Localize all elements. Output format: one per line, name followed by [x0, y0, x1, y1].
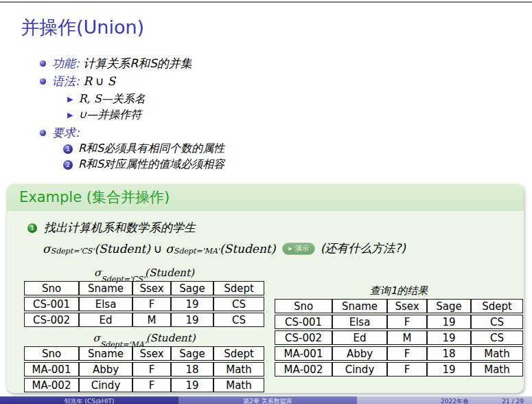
cell: 19 [427, 330, 471, 345]
cell: F [387, 362, 427, 377]
bullet-icon [40, 130, 46, 136]
example-item-1-text: 找出计算机系和数学系的学生 [44, 220, 196, 236]
sigma-symbol: σ [165, 242, 174, 256]
bullet-function-label: 功能: [52, 56, 80, 70]
top-border-line [0, 1, 532, 3]
number-badge-1: 1 [63, 144, 73, 154]
cell: Elsa [79, 297, 132, 311]
selection-condition-ma: Sdept='MA' [174, 247, 220, 256]
table-row: MA-002 Cindy F 19 Math [275, 362, 523, 377]
cell: MA-001 [24, 362, 79, 377]
column-header: Sno [24, 281, 79, 295]
column-header: Sage [427, 299, 471, 313]
cell: 19 [427, 315, 471, 329]
requirement-2-text: R和S对应属性的值域必须相容 [78, 157, 224, 172]
green-number-badge-1: 1 [27, 223, 37, 233]
subitem-relation-names-text: R, S—关系名 [78, 92, 145, 106]
cell: Math [471, 346, 523, 361]
cell: CS [471, 330, 523, 345]
cell: Elsa [332, 315, 387, 329]
cell: CS-001 [275, 315, 332, 329]
syntax-r: R [83, 74, 92, 88]
footer-course: 第2章 关系数据库 [178, 396, 357, 404]
triangle-bullet-icon: ▶ [67, 95, 73, 104]
footer-page-number: 21 / 29 [502, 396, 524, 404]
table-row: CS-002 Ed M 19 CS [275, 330, 523, 345]
footer-date: 2022年春 [441, 396, 469, 404]
cell: CS [213, 313, 264, 327]
example-formula: σSdept='CS'(Student)∪σSdept='MA'(Student… [43, 240, 406, 256]
table-row: CS-001 Elsa F 19 CS [24, 297, 264, 311]
table-ma-caption-tail: (Student) [146, 332, 196, 344]
example-block-title: Example (集合并操作) [7, 184, 524, 211]
table-ma-caption: σSdept='MA'(Student) [24, 332, 264, 345]
cell: CS [213, 297, 264, 311]
cell: Ed [79, 313, 132, 327]
cell: 19 [427, 362, 471, 377]
table-result-caption: 查询1的结果 [275, 284, 523, 298]
cell: 18 [427, 346, 471, 361]
bullet-icon [40, 78, 46, 85]
cell: 18 [171, 362, 213, 377]
table-cs-caption-sub: Sdept='CS' [101, 275, 145, 284]
demo-button-label: 演示 [295, 244, 309, 254]
column-header: Sname [332, 299, 387, 313]
column-header: Sno [275, 299, 332, 313]
bullet-function-text: 计算关系R和S的并集 [83, 56, 192, 70]
cell: CS-001 [24, 297, 79, 311]
cell: 19 [171, 313, 213, 327]
cell: F [132, 378, 171, 392]
cell: CS-002 [24, 313, 79, 327]
cell: CS-002 [275, 330, 332, 345]
cell: Cindy [79, 378, 132, 392]
cell: MA-002 [24, 378, 79, 392]
requirement-1-text: R和S必须具有相同个数的属性 [78, 142, 224, 156]
union-operator: ∪ [150, 242, 165, 256]
table-row: CS-002 Ed M 19 CS [24, 313, 264, 327]
formula-tail-question: (还有什么方法?) [321, 240, 406, 256]
column-header: Sdept [471, 299, 523, 313]
table-ma-caption-sub: Sdept='MA' [100, 340, 146, 349]
selection-condition-cs: Sdept='CS' [51, 247, 95, 256]
table-header-row: Sno Sname Ssex Sage Sdept [275, 299, 523, 313]
play-icon: ▶ [288, 246, 292, 251]
table-row: CS-001 Elsa F 19 CS [275, 315, 523, 329]
demo-button[interactable]: ▶演示 [282, 243, 314, 255]
subitem-union-symbol: ▶ ∪—并操作符 [67, 108, 141, 122]
column-header: Sage [171, 281, 213, 295]
page-title: 并操作(Union) [21, 15, 144, 40]
subitem-relation-names: ▶ R, S—关系名 [67, 92, 146, 106]
cell: Abby [332, 346, 387, 361]
sigma-symbol: σ [43, 242, 51, 256]
cell: Math [213, 362, 264, 377]
cell: F [387, 346, 427, 361]
cell: Cindy [332, 362, 387, 377]
column-header: Sno [24, 346, 79, 361]
footer-bar: 邹兆年 (CS@HIT) 第2章 关系数据库 2022年春 21 / 29 [0, 396, 532, 404]
subitem-union-symbol-text: ∪—并操作符 [78, 108, 141, 122]
cell: F [387, 315, 427, 329]
cell: M [132, 313, 171, 327]
example-block: Example (集合并操作) 1 找出计算机系和数学系的学生 σSdept='… [7, 184, 524, 393]
bullet-requirements-label: 要求: [52, 125, 80, 141]
cell: Math [471, 362, 523, 377]
table-row: MA-001 Abby F 18 Math [275, 346, 523, 361]
page-title-en: (Union) [76, 16, 144, 38]
page-title-zh: 并操作 [21, 16, 76, 38]
footer-author: 邹兆年 (CS@HIT) [0, 396, 178, 404]
result-table-column: 查询1的结果 Sno Sname Ssex Sage Sdept CS-001 … [275, 284, 523, 378]
table-ma: Sno Sname Ssex Sage Sdept MA-001 Abby F … [24, 345, 264, 394]
sigma-symbol: σ [93, 332, 100, 344]
column-header: Ssex [387, 299, 427, 313]
cell: M [387, 330, 427, 345]
cell: CS [471, 315, 523, 329]
table-result: Sno Sname Ssex Sage Sdept CS-001 Elsa F … [275, 298, 523, 378]
triangle-bullet-icon: ▶ [67, 111, 73, 120]
column-header: Sdept [213, 346, 264, 361]
cell: Math [213, 378, 264, 392]
bullet-requirements: 要求: [40, 125, 80, 141]
cell: F [132, 297, 171, 311]
table-cs: Sno Sname Ssex Sage Sdept CS-001 Elsa F … [24, 280, 264, 328]
cell: 19 [171, 378, 213, 392]
slide: 并操作(Union) 功能: 计算关系R和S的并集 语法: R∪S ▶ R, S… [0, 0, 532, 404]
